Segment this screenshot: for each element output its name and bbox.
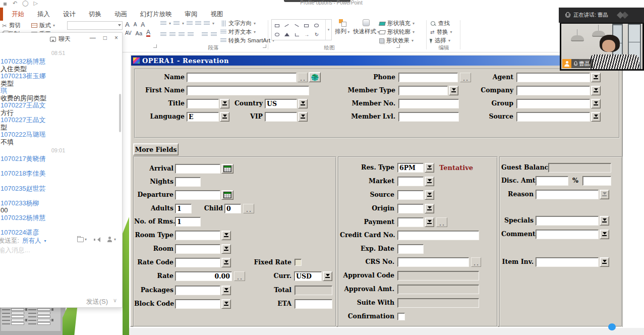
arrow-shape-icon[interactable]: → [304,32,309,37]
reason-input[interactable] [536,190,599,199]
chat-maximize-button[interactable]: □ [103,34,107,41]
replace-button[interactable]: ⇄ 替换▾ [430,28,452,36]
square-shape-icon[interactable] [304,24,309,27]
title-dropdown-icon[interactable] [220,99,229,108]
vip-input[interactable] [265,112,297,122]
phone-input[interactable] [398,73,458,82]
exp-date-input[interactable] [397,244,424,254]
globe-button[interactable] [309,72,321,82]
file-button[interactable]: ▾ [77,237,87,242]
chat-close-button[interactable]: × [114,34,118,41]
quick-styles-button[interactable]: 快速样式 ▾ [353,19,379,35]
oval-shape-icon[interactable] [314,24,319,27]
tab-insert[interactable]: 插入 [31,8,56,21]
block-code-dropdown-icon[interactable] [221,299,231,309]
rate-code-input[interactable] [175,258,220,267]
res-type-input[interactable]: 6PM [397,163,424,173]
packages-input[interactable] [175,286,220,295]
comments-input[interactable] [536,230,599,239]
departure-input[interactable] [175,190,220,200]
send-to-selector[interactable]: 所有人 [22,237,41,245]
curve-arrow-shape-icon[interactable]: ↻ [315,32,319,37]
convert-smartart-button[interactable]: 转换为 SmartArt▾ [220,36,274,45]
tab-slideshow[interactable]: 幻灯片放映 [134,8,179,21]
adults-input[interactable]: 1 [175,204,192,213]
company-dropdown-icon[interactable] [591,86,601,95]
source-mid-dropdown-icon[interactable] [425,190,434,200]
numbering-icon[interactable] [173,21,180,26]
child-ellipsis-button[interactable]: .. [243,204,254,213]
text-direction-button[interactable]: 文字方向▾ [220,19,274,28]
font-dialog-launcher-icon[interactable] [153,44,157,48]
crs-no-input[interactable] [397,257,469,267]
tab-home[interactable]: 开始 [5,8,31,21]
corner-shape-icon[interactable] [295,33,299,36]
tab-review[interactable]: 审阅 [179,8,204,21]
origin-dropdown-icon[interactable] [425,204,434,213]
start-slideshow-icon[interactable]: ▷ [34,0,38,7]
line-shape-icon[interactable] [285,24,289,27]
crs-no-ellipsis-button[interactable]: .. [471,257,481,267]
source-dropdown-icon[interactable] [591,112,601,122]
shape-fill-button[interactable]: 形状填充▾ [379,19,415,28]
member-no-input[interactable] [398,99,459,108]
company-input[interactable] [516,86,590,95]
columns-icon[interactable] [202,32,208,37]
chat-sender-link[interactable]: 1070224谌彦 [1,228,39,237]
shrink-font-icon[interactable]: A [134,22,137,27]
increase-indent-icon[interactable] [195,21,201,26]
chat-sender-link[interactable]: 1070227王晶文 [1,116,46,125]
group-input[interactable] [516,99,590,108]
room-input[interactable] [175,244,220,254]
bullets-icon[interactable] [160,21,166,26]
layout-button[interactable]: 版式▾ [31,21,55,30]
language-dropdown-icon[interactable] [220,112,229,122]
cut-button[interactable]: ✂ 剪切 [2,21,21,30]
justify-icon[interactable] [188,32,194,37]
item-inv-input[interactable] [536,257,599,267]
paragraph-dialog-launcher-icon[interactable] [263,44,266,48]
chat-sender-link[interactable]: 1070218李佳美 [1,169,46,178]
curr-input[interactable]: USD [294,271,322,281]
eta-input[interactable] [295,299,332,309]
arrival-input[interactable] [175,164,220,174]
save-icon[interactable] [3,2,8,7]
line2-shape-icon[interactable] [295,24,299,27]
nights-input[interactable] [175,177,201,187]
member-type-dropdown-icon[interactable] [449,86,458,95]
source-mid-input[interactable] [397,190,424,200]
participants-button[interactable]: ▾ [107,237,116,242]
first-name-input[interactable] [187,86,309,95]
undo-icon[interactable]: ↶ [13,0,17,7]
align-left-icon[interactable] [160,32,166,37]
res-type-dropdown-icon[interactable] [425,163,434,173]
rate-ellipsis-button[interactable]: .. [234,271,245,281]
credit-card-no-input[interactable] [397,231,479,240]
tab-transitions[interactable]: 切换 [82,8,108,21]
shapes-gallery[interactable]: → ↻ ▾ [271,19,332,40]
align-text-button[interactable]: 对齐文本▾ [220,28,274,36]
member-lvl-input[interactable] [398,112,459,122]
language-input[interactable]: E [187,112,219,122]
chat-scrollbar[interactable] [119,94,121,132]
room-dropdown-icon[interactable] [221,244,231,254]
chat-minimize-button[interactable]: — [90,34,96,41]
decrease-indent-icon[interactable] [187,21,193,26]
webcam-video[interactable]: 曹晶 [560,23,644,71]
rectangle-shape-icon[interactable] [275,24,279,27]
more-fields-button[interactable]: More Fields [133,143,179,155]
specials-dropdown-icon[interactable] [600,216,609,226]
payment-input[interactable] [397,217,424,227]
title-input[interactable] [187,99,219,108]
find-button[interactable]: 查找 [430,19,452,28]
market-input[interactable] [397,177,424,186]
tab-design[interactable]: 设计 [56,8,82,21]
char-spacing-icon[interactable]: AV [125,30,132,36]
comments-dropdown-icon[interactable] [600,230,609,239]
market-dropdown-icon[interactable] [425,177,434,186]
font-name-combo[interactable] [67,21,123,30]
triangle-shape-icon[interactable] [284,33,289,36]
room-type-dropdown-icon[interactable] [221,231,231,240]
grow-font-icon[interactable]: A [125,21,130,28]
disc-pct-input[interactable] [582,176,611,186]
